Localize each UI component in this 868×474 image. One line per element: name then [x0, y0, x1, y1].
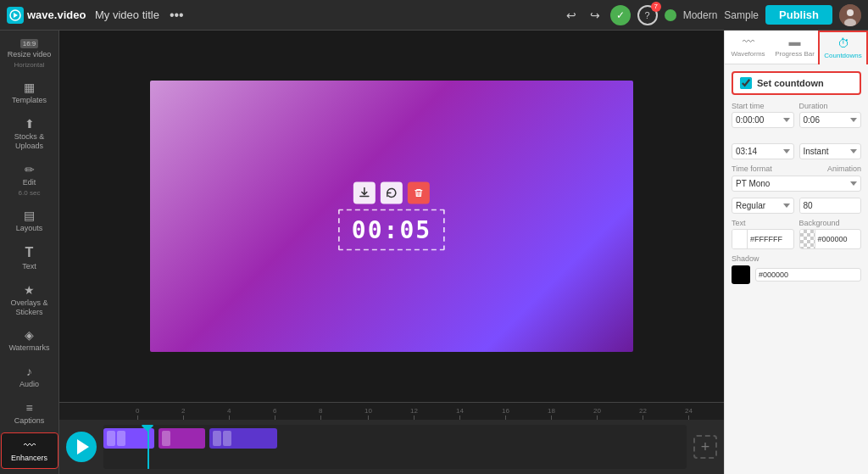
svg-point-3 — [847, 9, 854, 16]
audio-icon: ♪ — [26, 365, 32, 378]
start-time-field: Start time 0:00:00 — [732, 102, 794, 128]
tab-waveforms-label: Waveforms — [731, 50, 765, 58]
sidebar-item-stocks[interactable]: ⬆ Stocks & Uploads — [1, 112, 58, 156]
format-animation-row: Time format 03:14 Animation Instant — [732, 133, 861, 159]
canvas[interactable]: 00:05 — [150, 81, 633, 352]
font-size-input[interactable] — [800, 198, 861, 213]
ruler-mark: 18 — [548, 407, 555, 420]
start-time-select[interactable]: 0:00:00 — [732, 112, 794, 128]
sidebar-item-watermarks[interactable]: ◈ Watermarks — [1, 323, 58, 358]
font-weight-select[interactable]: Regular — [732, 198, 794, 214]
time-format-select[interactable]: 03:14 — [732, 143, 794, 159]
set-countdown-row: Set countdown — [732, 71, 861, 95]
ruler-mark: 2 — [181, 407, 185, 420]
text-color-value: #FFFFFF — [748, 233, 793, 245]
publish-button[interactable]: Publish — [765, 5, 832, 25]
download-icon[interactable] — [353, 182, 376, 204]
shadow-color-value: #000000 — [756, 269, 860, 281]
font-select[interactable]: PT Mono — [732, 176, 861, 192]
set-countdown-checkbox[interactable] — [740, 77, 752, 89]
duration-label: Duration — [799, 102, 862, 110]
time-format-top-label: Time format — [732, 165, 772, 173]
play-button[interactable] — [66, 432, 97, 462]
bg-color-input-wrap[interactable]: #000000 — [799, 229, 862, 249]
countdown-widget[interactable]: 00:05 — [338, 182, 445, 251]
ruler-mark: 24 — [685, 407, 693, 420]
time-format-field: Time format 03:14 — [732, 133, 794, 159]
canvas-area: 00:05 0246810121416182022242628303234 — [59, 31, 724, 474]
captions-icon: ≡ — [25, 401, 32, 415]
timeline-ruler: 0246810121416182022242628303234 — [59, 403, 724, 420]
panel-content: Set countdown Start time 0:00:00 Duratio… — [725, 64, 868, 474]
canvas-wrapper: 00:05 — [59, 31, 724, 402]
animation-select[interactable]: Instant — [799, 143, 862, 159]
templates-icon: ▦ — [24, 81, 35, 94]
ruler-mark: 22 — [639, 407, 647, 420]
bg-color-field: Background #000000 — [799, 219, 862, 249]
topbar: wave.video My video title ••• ↩ ↪ ✓ ? 7 … — [0, 0, 868, 31]
sidebar-item-audio[interactable]: ♪ Audio — [1, 360, 58, 394]
tab-progress-label: Progress Bar — [775, 50, 815, 58]
text-color-input-wrap[interactable]: #FFFFFF — [732, 229, 794, 249]
sidebar-item-enhancers[interactable]: 〰 Enhancers — [1, 432, 58, 469]
sidebar-item-text[interactable]: T Text — [1, 240, 58, 276]
tab-progress-bar[interactable]: ▬ Progress Bar — [771, 31, 818, 64]
countdown-display[interactable]: 00:05 — [338, 209, 445, 251]
tab-waveforms[interactable]: 〰 Waveforms — [725, 31, 771, 64]
sample-label[interactable]: Sample — [724, 9, 759, 21]
font-size-field — [799, 198, 862, 214]
shadow-section: Shadow #000000 — [732, 254, 861, 284]
text-color-field: Text #FFFFFF — [732, 219, 794, 249]
undo-button[interactable]: ↩ — [563, 7, 580, 24]
duration-field: Duration 0:06 — [799, 102, 862, 128]
refresh-icon[interactable] — [381, 182, 403, 204]
text-color-swatch — [732, 230, 748, 248]
help-badge[interactable]: ? 7 — [637, 5, 658, 25]
tab-countdowns[interactable]: ⏱ Countdowns — [818, 31, 868, 64]
bg-color-label: Background — [799, 219, 862, 227]
shadow-swatch[interactable] — [732, 265, 750, 284]
video-title[interactable]: My video title — [95, 8, 159, 21]
track-segment-2[interactable] — [159, 428, 205, 449]
ruler-mark: 6 — [273, 407, 276, 420]
theme-color-dot — [665, 9, 676, 21]
size-row: Regular — [732, 197, 861, 214]
ruler-mark: 4 — [227, 407, 231, 420]
sidebar-item-overlays[interactable]: ★ Overlays & Stickers — [1, 278, 58, 322]
watermarks-icon: ◈ — [25, 328, 34, 342]
timeline: 0246810121416182022242628303234 — [59, 402, 724, 474]
sidebar-item-layouts[interactable]: ▤ Layouts — [1, 204, 58, 238]
labels-row: Time format Animation — [732, 165, 861, 173]
sidebar-item-resize[interactable]: 16:9 Resize video Horizontal — [1, 34, 58, 74]
ruler-mark: 12 — [410, 407, 418, 420]
timeline-tracks[interactable] — [103, 425, 687, 469]
bg-color-swatch — [800, 230, 815, 248]
duration-select[interactable]: 0:06 — [799, 112, 862, 128]
enhancers-icon: 〰 — [24, 438, 36, 452]
waveforms-icon: 〰 — [743, 35, 754, 48]
overlays-icon: ★ — [24, 283, 35, 297]
ruler-mark: 8 — [319, 407, 322, 420]
shadow-color-input[interactable]: #000000 — [755, 268, 861, 282]
add-scene-button[interactable]: + — [693, 435, 717, 459]
track-segment-3[interactable] — [209, 428, 277, 449]
sidebar-item-captions[interactable]: ≡ Captions — [1, 396, 58, 431]
ruler-mark: 14 — [456, 407, 464, 420]
avatar[interactable] — [839, 4, 861, 26]
text-color-label: Text — [732, 219, 794, 227]
theme-label[interactable]: Modern — [683, 9, 718, 21]
play-icon — [77, 439, 89, 454]
svg-marker-1 — [14, 13, 18, 18]
redo-button[interactable]: ↪ — [587, 7, 604, 24]
bg-color-value: #000000 — [815, 233, 861, 245]
right-panel: 〰 Waveforms ▬ Progress Bar ⏱ Countdowns … — [724, 31, 868, 474]
more-button[interactable]: ••• — [166, 6, 187, 25]
sidebar-item-edit[interactable]: ✏ Edit 6.0 sec — [1, 158, 58, 202]
progress-bar-icon: ▬ — [789, 35, 801, 48]
ruler-mark: 20 — [593, 407, 601, 420]
logo-icon — [7, 7, 24, 24]
text-icon: T — [25, 245, 34, 260]
delete-icon[interactable] — [408, 182, 430, 204]
check-status-icon: ✓ — [610, 5, 631, 25]
sidebar-item-templates[interactable]: ▦ Templates — [1, 75, 58, 110]
